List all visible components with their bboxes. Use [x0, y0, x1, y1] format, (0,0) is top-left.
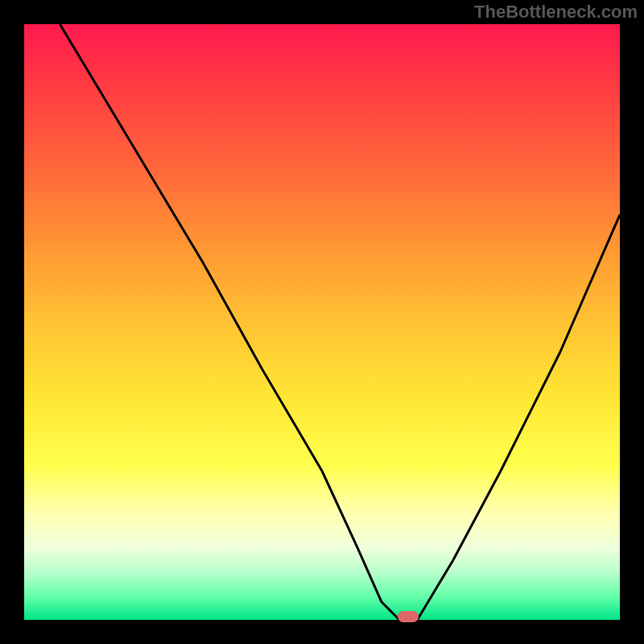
curve-svg — [24, 24, 620, 620]
watermark-text: TheBottleneck.com — [474, 2, 638, 23]
optimal-marker — [398, 611, 419, 622]
chart-container: TheBottleneck.com — [0, 0, 644, 644]
bottleneck-curve — [60, 24, 620, 620]
plot-area — [24, 24, 620, 620]
